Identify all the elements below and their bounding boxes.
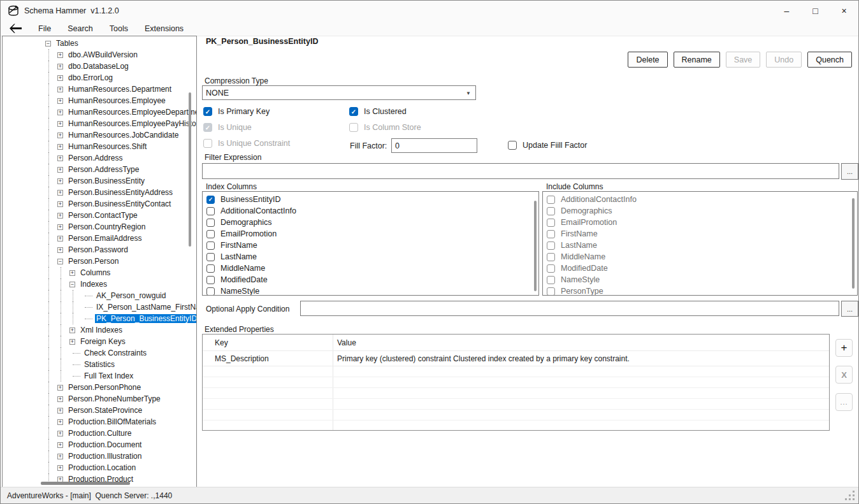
expand-icon[interactable]: + (57, 87, 63, 92)
tree-node[interactable]: +Columns (3, 267, 196, 278)
is-column-store-checkbox[interactable]: Is Column Store (349, 123, 421, 132)
checkbox-icon[interactable] (206, 219, 215, 227)
expand-icon[interactable]: + (57, 465, 63, 471)
column-item[interactable]: AdditionalContactInfo (543, 194, 857, 205)
resize-grip[interactable] (853, 498, 855, 500)
expand-icon[interactable]: + (57, 431, 63, 436)
checkbox-icon[interactable] (547, 230, 555, 238)
menu-file[interactable]: File (38, 24, 51, 33)
column-item[interactable]: MiddleName (543, 251, 857, 263)
expand-icon[interactable]: + (57, 224, 63, 230)
tree-node[interactable]: +Person.PhoneNumberType (3, 393, 196, 405)
tree-node[interactable]: +Person.BusinessEntityAddress (3, 187, 196, 198)
checkbox-icon[interactable] (547, 196, 555, 204)
close-button[interactable]: × (830, 1, 858, 21)
tree-node[interactable]: IX_Person_LastName_FirstName_MiddleName (3, 301, 196, 313)
tree-node[interactable]: +Person.AddressType (3, 164, 196, 175)
column-item[interactable]: LastName (203, 251, 538, 263)
tree-vertical-scrollbar[interactable] (189, 92, 191, 247)
expand-icon[interactable]: + (57, 408, 63, 414)
column-item[interactable]: FirstName (203, 240, 538, 251)
column-item[interactable]: EmailPromotion (203, 228, 538, 240)
checkbox-icon[interactable] (547, 253, 555, 261)
column-item[interactable]: PersonType (543, 285, 857, 296)
tree-node[interactable]: +Production.Location (3, 462, 196, 473)
tree-node[interactable]: +Production.BillOfMaterials (3, 416, 196, 428)
tree-node[interactable]: +Production.Document (3, 439, 196, 450)
tree-node[interactable]: −Person.Person (3, 256, 196, 267)
tree-node[interactable]: Check Constraints (3, 347, 196, 359)
tree-node[interactable]: +Person.PersonPhone (3, 382, 196, 393)
quench-button[interactable]: Quench (807, 52, 852, 68)
tree-node[interactable]: +dbo.ErrorLog (3, 72, 196, 83)
column-item[interactable]: NameStyle (543, 274, 857, 285)
minimize-button[interactable]: – (772, 1, 801, 21)
checkbox-icon[interactable] (206, 241, 215, 250)
checkbox-icon[interactable] (547, 219, 555, 227)
collapse-icon[interactable]: − (69, 282, 75, 287)
save-button[interactable]: Save (726, 52, 761, 68)
column-item[interactable]: ModifiedDate (543, 263, 857, 274)
tree-node[interactable]: Full Text Index (3, 370, 196, 382)
column-item[interactable]: LastName (543, 240, 857, 251)
tree-node[interactable]: AK_Person_rowguid (3, 290, 196, 301)
expand-icon[interactable]: + (69, 339, 75, 345)
expand-icon[interactable]: + (57, 167, 63, 173)
tree-node[interactable]: +HumanResources.Department (3, 83, 196, 95)
checkbox-icon[interactable] (206, 230, 215, 238)
checkbox-icon[interactable] (547, 207, 555, 215)
column-item[interactable]: ✓BusinessEntityID (203, 194, 538, 205)
collapse-icon[interactable]: − (57, 259, 63, 264)
tree-node[interactable]: −Indexes (3, 278, 196, 290)
tree-node[interactable]: +HumanResources.JobCandidate (3, 129, 196, 141)
undo-button[interactable]: Undo (766, 52, 802, 68)
tree-node[interactable]: PK_Person_BusinessEntityID (3, 313, 196, 324)
expand-icon[interactable]: + (57, 236, 63, 241)
tree-node[interactable]: Statistics (3, 359, 196, 370)
is-clustered-checkbox[interactable]: ✓Is Clustered (349, 107, 407, 116)
tree-node[interactable]: +Xml Indexes (3, 324, 196, 336)
expand-icon[interactable]: + (57, 133, 63, 138)
checkbox-icon[interactable]: ✓ (206, 196, 215, 204)
tree-node[interactable]: +HumanResources.Shift (3, 141, 196, 152)
is-unique-checkbox[interactable]: ✓Is Unique (203, 123, 252, 132)
tree-node[interactable]: +dbo.DatabaseLog (3, 61, 196, 72)
maximize-button[interactable]: □ (801, 1, 830, 21)
expand-icon[interactable]: + (57, 454, 63, 459)
filter-expression-input[interactable] (202, 163, 839, 179)
expand-icon[interactable]: + (57, 385, 63, 391)
expand-icon[interactable]: + (57, 98, 63, 104)
expand-icon[interactable]: + (57, 155, 63, 161)
expand-icon[interactable]: + (57, 144, 63, 150)
expand-icon[interactable]: + (57, 52, 63, 58)
rename-button[interactable]: Rename (674, 52, 720, 68)
back-arrow-icon[interactable] (10, 24, 22, 33)
extended-property-row[interactable]: MS_DescriptionPrimary key (clustered) co… (203, 351, 829, 366)
property-value-cell[interactable]: Primary key (clustered) constraint Clust… (333, 351, 829, 366)
checkbox-icon[interactable] (547, 287, 555, 296)
column-item[interactable]: NameStyle (203, 285, 538, 296)
checkbox-icon[interactable] (206, 276, 215, 284)
fill-factor-input[interactable]: 0 (391, 138, 477, 153)
expand-icon[interactable]: + (57, 247, 63, 253)
expand-icon[interactable]: + (69, 328, 75, 333)
filter-expression-browse-button[interactable]: ... (841, 163, 858, 180)
expand-icon[interactable]: + (57, 64, 63, 69)
tree-node[interactable]: +Person.ContactType (3, 210, 196, 221)
is-unique-constraint-checkbox[interactable]: Is Unique Constraint (203, 139, 290, 148)
expand-icon[interactable]: + (57, 201, 63, 207)
column-item[interactable]: ModifiedDate (203, 274, 538, 285)
expand-icon[interactable]: + (57, 121, 63, 127)
checkbox-icon[interactable] (206, 287, 215, 296)
update-fill-factor-checkbox[interactable]: Update Fiill Factor (508, 141, 587, 150)
checkbox-icon[interactable] (547, 276, 555, 284)
delete-property-button[interactable]: X (835, 366, 853, 384)
tree-node[interactable]: +HumanResources.Employee (3, 95, 196, 106)
menu-search[interactable]: Search (68, 24, 93, 33)
is-primary-key-checkbox[interactable]: ✓Is Primary Key (203, 107, 270, 116)
menu-extensions[interactable]: Extensions (145, 24, 184, 33)
checkbox-icon[interactable] (547, 264, 555, 273)
index-columns-scrollbar[interactable] (534, 201, 537, 291)
collapse-icon[interactable]: − (45, 41, 51, 47)
expand-icon[interactable]: + (57, 110, 63, 115)
